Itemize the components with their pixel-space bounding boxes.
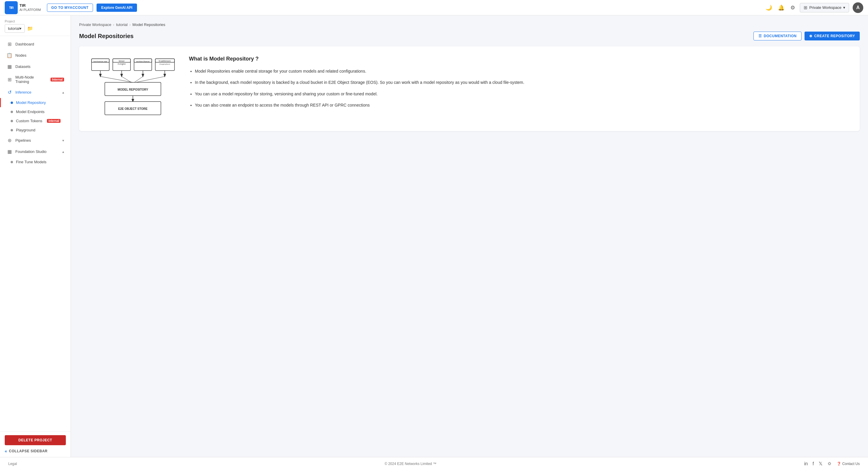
footer-legal[interactable]: Legal	[8, 462, 17, 466]
project-name: tutorial	[8, 26, 20, 31]
list-item: In the background, each model repository…	[195, 79, 850, 86]
sidebar-item-datasets[interactable]: ▦ Datasets	[2, 61, 69, 72]
project-dropdown[interactable]: tutorial ▾	[5, 24, 25, 33]
explore-genai-button[interactable]: Explore GenAI API	[97, 4, 137, 12]
dot-icon	[11, 111, 13, 113]
sidebar-item-fine-tune[interactable]: Fine Tune Models	[0, 157, 70, 166]
svg-line-21	[136, 76, 165, 82]
svg-line-18	[100, 76, 133, 82]
model-repo-diagram: torchserve.mar tensor rt.engine archive.…	[89, 56, 177, 121]
svg-text:rt.engine: rt.engine	[118, 63, 125, 65]
info-list: Model Repositories enable central storag…	[189, 68, 850, 108]
chevron-up-icon: ▴	[62, 90, 64, 94]
nav-section: ⊞ Dashboard 📋 Nodes ▦ Datasets ⊞ Multi-N…	[0, 36, 70, 431]
project-label: Project	[5, 20, 66, 23]
linkedin-icon[interactable]: in	[804, 461, 808, 466]
footer: Legal © 2024 E2E Networks Limited ™ in f…	[0, 457, 868, 470]
collapse-sidebar-button[interactable]: « COLLAPSE SIDEBAR	[5, 449, 66, 453]
notifications-icon[interactable]: 🔔	[777, 3, 786, 12]
list-item: You can also create an endpoint to acces…	[195, 102, 850, 108]
sidebar-item-playground[interactable]: Playground	[0, 125, 70, 135]
sidebar-sub-label: Playground	[16, 128, 35, 132]
breadcrumb-project[interactable]: tutorial	[116, 23, 128, 27]
svg-line-20	[134, 76, 143, 82]
dot-icon	[11, 161, 13, 163]
sidebar-item-label: Foundation Studio	[16, 149, 59, 154]
sidebar-item-model-repository[interactable]: Model Repository	[0, 98, 70, 107]
go-to-myaccount-button[interactable]: GO TO MYACCOUNT	[47, 4, 93, 12]
create-repository-button[interactable]: ⊕ CREATE REPOSITORY	[805, 32, 860, 40]
foundation-subnav: Fine Tune Models	[0, 157, 70, 166]
sidebar-item-foundation-studio[interactable]: ▦ Foundation Studio ▴	[2, 146, 69, 157]
main-content: Private Workspace › tutorial › Model Rep…	[71, 15, 868, 457]
rss-icon[interactable]: ⛭	[827, 461, 832, 466]
doc-icon: ☰	[758, 34, 762, 38]
sidebar-sub-label: Model Endpoints	[16, 109, 44, 114]
svg-text:torchserve.mar: torchserve.mar	[94, 61, 107, 63]
pipelines-icon: ⊛	[6, 137, 12, 143]
sidebar-item-label: Datasets	[16, 64, 64, 69]
add-folder-icon[interactable]: 📁	[27, 26, 33, 31]
footer-copyright: © 2024 E2E Networks Limited ™	[17, 462, 804, 466]
help-icon: ❓	[837, 462, 841, 466]
contact-us-button[interactable]: ❓ Contact Us	[837, 462, 860, 466]
sidebar-item-pipelines[interactable]: ⊛ Pipelines ▾	[2, 135, 69, 146]
logo-text: TIR AI PLATFORM	[20, 3, 41, 12]
sidebar-item-dashboard[interactable]: ⊞ Dashboard	[2, 39, 69, 50]
sidebar-sub-label: Fine Tune Models	[16, 160, 46, 164]
nodes-icon: 📋	[6, 53, 12, 58]
inference-icon: ↺	[6, 90, 12, 95]
logo-icon: TIR	[5, 1, 18, 14]
svg-text:ht.safetensors: ht.safetensors	[159, 60, 171, 62]
main-layout: Project tutorial ▾ 📁 ⊞ Dashboard 📋 Nodes	[0, 15, 868, 457]
inference-subnav: Model Repository Model Endpoints Custom …	[0, 98, 70, 135]
sidebar-item-label: Inference	[16, 90, 59, 94]
top-nav: TIR TIR AI PLATFORM GO TO MYACCOUNT Expl…	[0, 0, 868, 15]
active-dot-icon	[11, 101, 13, 104]
dot-icon	[11, 129, 13, 131]
datasets-icon: ▦	[6, 64, 12, 69]
chevron-down-icon: ▾	[843, 5, 845, 10]
footer-right: in f 𝕏 ⛭ ❓ Contact Us	[804, 461, 860, 466]
sidebar-item-custom-tokens[interactable]: Custom Tokens Internal	[0, 116, 70, 125]
page-title: Model Repositories	[79, 33, 133, 39]
breadcrumb-current: Model Repositories	[132, 23, 165, 27]
breadcrumb-workspace[interactable]: Private Workspace	[79, 23, 111, 27]
twitter-icon[interactable]: 𝕏	[819, 461, 823, 466]
svg-text:archive.tfserve: archive.tfserve	[136, 61, 150, 63]
avatar[interactable]: A	[852, 2, 863, 13]
info-card: torchserve.mar tensor rt.engine archive.…	[79, 46, 860, 131]
sidebar-sub-label: Model Repository	[16, 100, 46, 105]
delete-project-button[interactable]: DELETE PROJECT	[5, 435, 66, 445]
collapse-icon: «	[5, 449, 7, 453]
dot-icon	[11, 120, 13, 122]
project-selector: Project tutorial ▾ 📁	[0, 15, 70, 36]
plus-icon: ⊕	[809, 34, 812, 38]
breadcrumb-sep: ›	[129, 23, 130, 27]
multi-node-icon: ⊞	[6, 77, 12, 82]
sidebar-item-multi-node[interactable]: ⊞ Multi-Node Training Internal	[2, 72, 69, 87]
sidebar-item-label: Multi-Node Training	[16, 75, 48, 84]
workspace-label: Private Workspace	[809, 5, 841, 10]
logo-area: TIR TIR AI PLATFORM	[5, 1, 41, 14]
sidebar-item-label: Pipelines	[16, 138, 59, 143]
project-chevron-icon: ▾	[20, 26, 22, 31]
svg-text:tensor: tensor	[119, 60, 125, 62]
internal-badge: Internal	[51, 77, 64, 82]
workspace-selector[interactable]: ⊞ Private Workspace ▾	[800, 3, 849, 12]
svg-text:E2E OBJECT STORE: E2E OBJECT STORE	[118, 107, 148, 111]
documentation-button[interactable]: ☰ DOCUMENTATION	[753, 32, 802, 40]
theme-toggle-icon[interactable]: 🌙	[764, 3, 773, 12]
sidebar-item-inference[interactable]: ↺ Inference ▴	[2, 87, 69, 98]
sidebar-footer: DELETE PROJECT « COLLAPSE SIDEBAR	[0, 431, 70, 457]
header-actions: ☰ DOCUMENTATION ⊕ CREATE REPOSITORY	[753, 32, 860, 40]
facebook-icon[interactable]: f	[812, 461, 814, 466]
settings-icon[interactable]: ⚙	[789, 3, 796, 12]
breadcrumb-sep: ›	[113, 23, 114, 27]
sidebar-item-nodes[interactable]: 📋 Nodes	[2, 50, 69, 61]
chevron-up-icon: ▴	[62, 150, 64, 154]
sidebar-item-model-endpoints[interactable]: Model Endpoints	[0, 107, 70, 116]
info-card-title: What is Model Repository ?	[189, 56, 850, 62]
info-text: What is Model Repository ? Model Reposit…	[189, 56, 850, 108]
sidebar-sub-label: Custom Tokens	[16, 119, 42, 123]
